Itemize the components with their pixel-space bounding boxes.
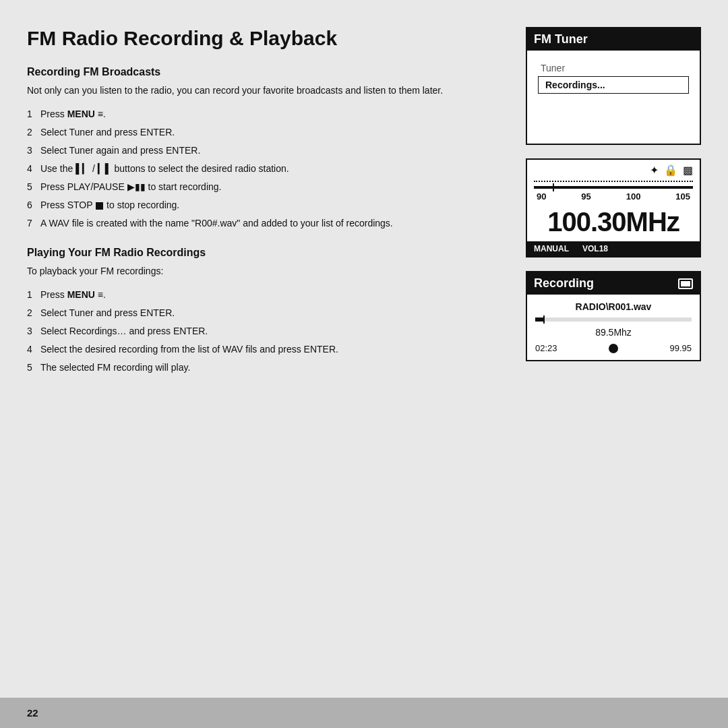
page-title: FM Radio Recording & Playback [27,27,499,50]
list-item: 4 Select the desired recording from the … [27,342,499,357]
page-number: 22 [27,707,38,719]
tuner-menu-item: Tuner [534,57,693,73]
fm-tuner-header: FM Tuner [527,28,700,51]
list-item: 4 Use the ▌▎ / ▎▌ buttons to select the … [27,162,499,176]
scale-100: 100 [626,191,641,202]
page-footer: 22 [0,698,728,728]
list-item: 6 Press STOP to stop recording. [27,198,499,212]
section2-heading: Playing Your FM Radio Recordings [27,247,499,259]
tuner-scale: 90 95 100 105 [527,178,700,202]
cassette-icon [678,278,693,289]
playback-progress-bar [535,317,692,322]
recording-counter: 99.95 [669,343,692,353]
recording-panel: Recording RADIO\R001.wav 89.5Mhz 02:23 9… [526,271,701,361]
list-item: 3 Select Recordings… and press ENTER. [27,324,499,338]
list-item: 5 The selected FM recording will play. [27,361,499,375]
battery-icon: ▩ [683,164,693,177]
recording-footer: 02:23 99.95 [535,343,692,353]
scale-90: 90 [537,191,546,202]
rec-indicator [609,344,618,353]
fm-tuner-body: Tuner Recordings... [527,51,700,144]
tuner-frequency: 100.30MHz [527,204,700,241]
tuner-recordings-item[interactable]: Recordings... [538,76,689,94]
recording-header: Recording [527,272,700,295]
tuner-footer: MANUAL VOL18 [527,241,700,256]
section1-heading: Recording FM Broadcasts [27,66,499,78]
list-item: 1 Press MENU ≡. [27,107,499,121]
list-item: 2 Select Tuner and press ENTER. [27,125,499,140]
menu-bold: MENU [67,109,95,119]
recording-title: Recording [534,276,594,291]
left-column: FM Radio Recording & Playback Recording … [27,27,499,698]
tuner-mode: MANUAL [534,244,569,253]
stop-icon [96,202,103,210]
recording-time: 02:23 [535,343,557,353]
menu-bold2: MENU [67,289,95,300]
list-item: 5 Press PLAY/PAUSE ▶▮▮ to start recordin… [27,180,499,194]
section1-steps: 1 Press MENU ≡. 2 Select Tuner and press… [27,107,499,231]
progress-tick [543,315,545,324]
wireless-icon: ✦ [650,164,659,177]
tuner-scale-numbers: 90 95 100 105 [534,191,693,202]
list-item: 7 A WAV file is created with the name "R… [27,216,499,231]
right-column: FM Tuner Tuner Recordings... ✦ 🔒 ▩ [526,27,701,698]
recording-body: RADIO\R001.wav 89.5Mhz 02:23 99.95 [527,295,700,360]
recording-station: 89.5Mhz [535,327,692,338]
scale-95: 95 [581,191,590,202]
section1-intro: Not only can you listen to the radio, yo… [27,84,499,98]
section-recording: Recording FM Broadcasts Not only can you… [27,66,499,231]
list-item: 1 Press MENU ≡. [27,288,499,302]
lock-icon: 🔒 [664,164,677,177]
fm-tuner-panel: FM Tuner Tuner Recordings... [526,27,701,145]
tuner-volume: VOL18 [582,244,608,253]
recording-filename: RADIO\R001.wav [535,301,692,312]
section-playback: Playing Your FM Radio Recordings To play… [27,247,499,375]
list-item: 2 Select Tuner and press ENTER. [27,306,499,320]
section2-intro: To playback your FM recordings: [27,264,499,278]
tuner-dot-line [534,178,693,185]
progress-fill [535,317,543,322]
list-item: 3 Select Tuner again and press ENTER. [27,144,499,158]
section2-steps: 1 Press MENU ≡. 2 Select Tuner and press… [27,288,499,375]
tuner-display-panel: ✦ 🔒 ▩ 90 95 100 105 100.30MHz [526,158,701,257]
tuner-icons-row: ✦ 🔒 ▩ [527,160,700,178]
scale-105: 105 [675,191,690,202]
